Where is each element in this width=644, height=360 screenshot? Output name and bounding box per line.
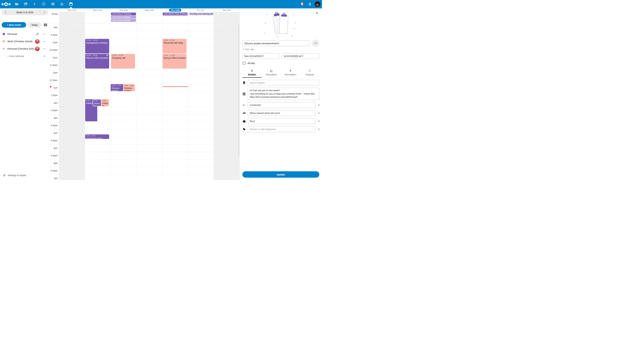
datetime-row: from 01/14/2020 at 1:00 PM to 01/14/2020…: [242, 53, 319, 59]
activity-app-button[interactable]: [30, 0, 39, 8]
all-day-event[interactable]: Line dance training: [111, 16, 136, 18]
all-day-checkbox[interactable]: [243, 62, 246, 64]
location-input[interactable]: [248, 80, 319, 86]
freebusy-select[interactable]: Busy: [248, 118, 315, 124]
all-day-event[interactable]: Line dance main rehearsal: [163, 12, 188, 15]
all-day-event[interactable]: Line dance training: [111, 19, 136, 22]
mail-app-button[interactable]: [48, 0, 57, 8]
current-time-line: [162, 86, 188, 87]
all-day-event[interactable]: Line Dance Training: [111, 12, 136, 15]
calendar-sidebar: Week 3 of 2020 + New event Today Persona…: [0, 8, 50, 180]
update-button[interactable]: Update: [242, 171, 319, 178]
calendar-menu-button[interactable]: •••: [42, 40, 47, 42]
close-editor-button[interactable]: ×: [314, 10, 320, 16]
day-grid-fri[interactable]: [188, 24, 214, 180]
time-label: 11:30am: [50, 61, 59, 69]
event-chip[interactable]: 4:20 - 4:40purchasing dept: [85, 134, 109, 139]
calendar-menu-button[interactable]: •••: [42, 33, 47, 35]
talk-app-button[interactable]: [39, 0, 48, 8]
new-calendar-item[interactable]: + New calendar+: [2, 52, 48, 60]
day-grid-sun[interactable]: [59, 24, 85, 180]
grid-slot: [188, 137, 214, 144]
start-datetime-field[interactable]: from 01/14/2020 at 1:00 PM: [242, 53, 280, 59]
description-textarea[interactable]: Hi Carl! are you in next week? I got som…: [248, 88, 319, 100]
grid-slot: [59, 24, 85, 31]
grid-slot: [188, 61, 214, 69]
next-week-button[interactable]: [40, 9, 48, 15]
event-title-input[interactable]: [242, 40, 310, 46]
grid-slot: [136, 144, 162, 152]
tab-repeat[interactable]: Repeat: [300, 68, 319, 78]
event-chip[interactable]: 1:00 - 1:30Discuss project announcement: [111, 84, 123, 91]
event-chip[interactable]: 10:00 - 11:00management meeting: [85, 39, 109, 53]
contacts-app-button[interactable]: [57, 0, 66, 8]
day-column-mon: Mon 1/1310:00 - 11:00management meeting1…: [85, 8, 111, 180]
tab-attendees[interactable]: Attendees: [262, 68, 281, 78]
grid-slot: [214, 152, 240, 159]
notification-dot: [302, 2, 304, 4]
event-chip[interactable]: 10:00 - 11:00Phonecall with Abby: [162, 39, 187, 53]
grid-slot: [59, 91, 85, 99]
status-row: ✓ Confirmed i: [242, 102, 319, 108]
grid-slot: [85, 31, 111, 39]
event-time: 1:00 - 1:30: [124, 84, 134, 87]
end-datetime-field[interactable]: to 01/14/2020 at 1:30 PM: [282, 53, 320, 59]
plus-icon[interactable]: +: [42, 54, 47, 58]
notifications-button[interactable]: [298, 0, 306, 8]
calendar-list-item[interactable]: Personal (Christine Scho…)•••: [2, 45, 48, 52]
files-app-button[interactable]: [12, 0, 21, 8]
day-label: Wed 1/15: [145, 9, 154, 11]
sidebar-actions: + New event Today: [2, 22, 48, 28]
event-chip[interactable]: 11:00 - 12:00Discuss office furniture: [162, 54, 187, 68]
previous-week-button[interactable]: [2, 9, 10, 15]
categories-input[interactable]: [248, 126, 315, 132]
visibility-select[interactable]: When shared show full event: [248, 110, 315, 116]
location-row: [242, 80, 319, 86]
grid-slot: [214, 91, 240, 99]
freebusy-info-icon[interactable]: i: [318, 120, 319, 123]
calendar-list-item[interactable]: Personal•••: [2, 30, 48, 38]
photos-app-button[interactable]: [21, 0, 30, 8]
speech-bubble-icon: [42, 2, 46, 6]
day-grid-wed[interactable]: [136, 24, 162, 180]
status-select[interactable]: Confirmed: [248, 102, 315, 108]
visibility-info-icon[interactable]: i: [318, 112, 319, 115]
event-chip[interactable]: 11:00 - 12:00Discuss office furniture: [85, 54, 109, 68]
grid-slot: [214, 69, 240, 76]
day-grid-tue[interactable]: 11:00 - 12:00Company call1:00 - 1:30Disc…: [111, 24, 136, 180]
day-grid-sat[interactable]: [214, 24, 240, 180]
event-chip[interactable]: 2:00 - 2:30check-in: [101, 99, 109, 106]
status-info-icon[interactable]: i: [318, 104, 319, 107]
new-event-button[interactable]: + New event: [2, 22, 26, 28]
all-day-event[interactable]: The Big Line Dancing Show: [188, 12, 214, 15]
time-label: 3:30pm: [50, 122, 59, 129]
view-toggle-button[interactable]: [43, 22, 48, 28]
tab-details[interactable]: i Details: [242, 68, 262, 78]
grid-slot: [188, 46, 214, 54]
nextcloud-logo-icon[interactable]: [0, 0, 12, 8]
calendar-menu-button[interactable]: •••: [42, 48, 47, 50]
grid-slot: [136, 159, 162, 167]
categories-info-icon[interactable]: i: [318, 128, 319, 131]
event-chip[interactable]: 1:00 - 1:30Discuss project: [123, 84, 135, 91]
calendar-list-item[interactable]: Work (Christine Schott)•••: [2, 38, 48, 45]
user-avatar[interactable]: [314, 1, 320, 7]
grid-slot: [136, 91, 162, 99]
grid-slot: [136, 167, 162, 174]
day-header-tue: Tue 1/14: [111, 8, 136, 12]
settings-import-button[interactable]: ⚙ Settings & import: [2, 172, 48, 178]
contacts-menu-button[interactable]: [306, 0, 314, 8]
event-chip[interactable]: 11:00 - 12:00Company call: [111, 54, 135, 68]
grid-slot: [136, 99, 162, 107]
event-chip[interactable]: 2:00 - 2:30check-in: [93, 99, 102, 106]
grid-slot: [188, 129, 214, 137]
calendar-app-button[interactable]: [66, 0, 76, 8]
all-day-lane: [85, 12, 111, 24]
event-actions-button[interactable]: •••: [312, 39, 319, 47]
today-button[interactable]: Today: [28, 22, 41, 28]
day-grid-mon[interactable]: 10:00 - 11:00management meeting11:00 - 1…: [85, 24, 111, 180]
tab-reminders[interactable]: Reminders: [281, 68, 300, 78]
share-link-icon[interactable]: [35, 32, 40, 35]
calendar-scrollbar[interactable]: [238, 24, 239, 157]
day-grid-thu[interactable]: 10:00 - 11:00Phonecall with Abby11:00 - …: [162, 24, 188, 180]
